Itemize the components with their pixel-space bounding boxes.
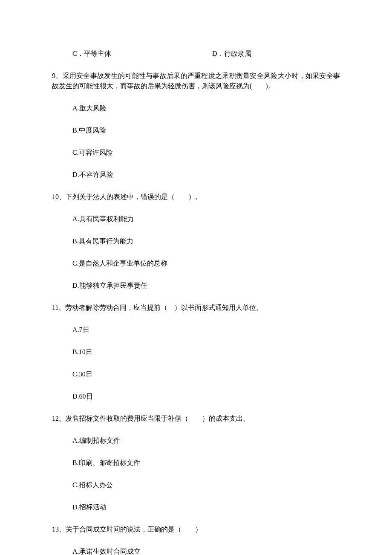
q8-options-row: C．平等主体 D．行政隶属 — [52, 49, 340, 59]
q12-stem: 12、发售招标文件收取的费用应当限于补偿（ ）的成本支出。 — [52, 413, 340, 424]
q10-option-b: B.具有民事行为能力 — [52, 236, 340, 246]
q10-option-c: C.是自然人和企事业单位的总称 — [52, 258, 340, 269]
q11-option-d: D.60日 — [52, 391, 340, 402]
q11-option-b: B.10日 — [52, 347, 340, 357]
q8-option-d: D．行政隶属 — [212, 49, 251, 59]
q10-option-a: A.具有民事权利能力 — [52, 214, 340, 224]
q11-option-a: A.7日 — [52, 325, 340, 335]
q9-option-d: D.不容许风险 — [52, 170, 340, 180]
q11-stem: 11、劳动者解除劳动合同，应当提前（ ）以书面形式通知用人单位。 — [52, 303, 340, 313]
q10-stem: 10、下列关于法人的表述中，错误的是（ ）。 — [52, 192, 340, 202]
q9-option-b: B.中度风险 — [52, 125, 340, 136]
q12-option-b: B.印刷、邮寄招标文件 — [52, 458, 340, 468]
q12-option-d: D.招标活动 — [52, 502, 340, 512]
q8-option-c: C．平等主体 — [72, 49, 212, 59]
q9-option-a: A.重大风险 — [52, 103, 340, 113]
q10-option-d: D.能够独立承担民事责任 — [52, 280, 340, 291]
q13-stem: 13、关于合同成立时间的说法，正确的是（ ） — [52, 524, 340, 535]
q12-option-a: A.编制招标文件 — [52, 436, 340, 446]
q13-option-a: A.承诺生效时合同成立 — [52, 546, 340, 555]
q12-option-c: C.招标人办公 — [52, 480, 340, 490]
q11-option-c: C.30日 — [52, 369, 340, 379]
q9-stem: 9、采用安全事故发生的可能性与事故后果的严重程度之乘积衡量安全风险大小时，如果安… — [52, 71, 340, 91]
q9-option-c: C.可容许风险 — [52, 147, 340, 158]
